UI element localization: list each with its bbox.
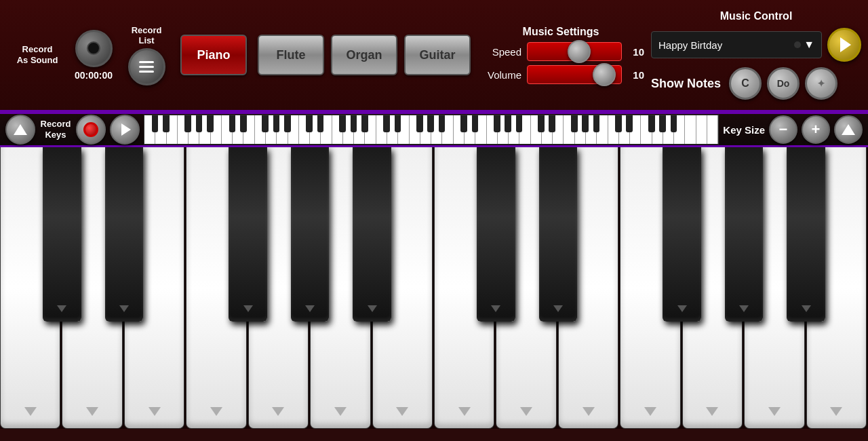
record-sound-section: Record As Sound: [7, 44, 68, 65]
volume-slider-row: Volume 10: [477, 65, 644, 84]
black-key-arrow: [368, 305, 377, 312]
volume-slider-track[interactable]: [527, 65, 622, 84]
volume-label: Volume: [477, 69, 521, 81]
top-bar: Record As Sound 00:00:00 Record List Pia…: [0, 0, 868, 112]
black-key-3[interactable]: [229, 147, 267, 322]
speed-slider-thumb[interactable]: [568, 40, 591, 63]
timer-display: 00:00:00: [75, 70, 113, 81]
black-key-12[interactable]: [787, 147, 825, 322]
keyboard-nav-bar: Record Keys Key Size − +: [0, 112, 868, 147]
key-arrow: [396, 407, 408, 416]
music-control-section: Music Control Happy Birtday ▼ Show Notes…: [651, 10, 861, 100]
black-key-7[interactable]: [477, 147, 515, 322]
record-sound-label: Record As Sound: [17, 44, 58, 65]
music-control-title: Music Control: [651, 10, 861, 22]
black-key-arrow: [739, 305, 749, 312]
key-arrow: [458, 407, 471, 416]
key-size-label: Key Size: [723, 124, 765, 136]
knob-inner: [87, 41, 100, 55]
record-list-button[interactable]: [128, 48, 165, 85]
key-size-up-icon: [842, 124, 855, 135]
black-key-1[interactable]: [105, 147, 144, 322]
song-name: Happy Birtday: [658, 39, 722, 51]
black-key-5[interactable]: [353, 147, 391, 322]
black-key-11[interactable]: [725, 147, 764, 322]
key-arrow: [644, 407, 656, 416]
song-dot: [794, 41, 801, 48]
play-button[interactable]: [827, 28, 861, 62]
record-list-section: Record List: [119, 25, 174, 85]
music-settings-title: Music Settings: [523, 26, 599, 38]
black-key-arrow: [57, 305, 66, 312]
list-icon: [139, 61, 154, 73]
key-arrow: [706, 407, 718, 416]
key-arrow: [86, 407, 98, 416]
instrument-btn-piano[interactable]: Piano: [180, 35, 247, 75]
black-key-4[interactable]: [291, 147, 330, 322]
play-keys-button[interactable]: [110, 115, 140, 145]
black-key-arrow: [243, 305, 253, 312]
key-size-up-button[interactable]: [834, 115, 863, 144]
volume-value: 10: [627, 69, 644, 81]
key-arrow: [520, 407, 532, 416]
instrument-btn-flute[interactable]: Flute: [258, 35, 324, 75]
speed-label: Speed: [477, 46, 521, 58]
key-size-increase-button[interactable]: +: [802, 115, 830, 144]
play-keys-icon: [121, 123, 131, 136]
key-arrow: [583, 407, 595, 416]
black-key-arrow: [802, 305, 811, 312]
record-keys-button[interactable]: [76, 115, 106, 145]
key-arrow: [272, 407, 284, 416]
black-key-arrow: [677, 305, 687, 312]
piano-area: [0, 147, 868, 429]
do-note-button[interactable]: Do: [767, 67, 800, 100]
music-control-row: Happy Birtday ▼: [651, 28, 861, 62]
speed-value: 10: [627, 46, 644, 58]
key-arrow: [24, 407, 37, 416]
black-key-arrow: [119, 305, 129, 312]
key-arrow: [334, 407, 347, 416]
instrument-btn-guitar[interactable]: Guitar: [404, 35, 471, 75]
black-key-10[interactable]: [663, 147, 701, 322]
volume-slider-thumb[interactable]: [593, 63, 616, 86]
play-icon: [840, 37, 851, 52]
show-notes-row: Show Notes C Do ✦: [651, 67, 861, 100]
black-key-arrow: [553, 305, 563, 312]
nav-up-button[interactable]: [5, 115, 35, 145]
key-arrow: [830, 407, 842, 416]
black-key-8[interactable]: [539, 147, 578, 322]
extra-note-button[interactable]: ✦: [805, 67, 837, 100]
black-key-arrow: [491, 305, 500, 312]
song-select-dropdown[interactable]: Happy Birtday ▼: [651, 31, 822, 58]
key-size-section: Key Size − +: [723, 115, 863, 144]
speed-slider-row: Speed 10: [477, 42, 644, 61]
mini-keyboard-navigator[interactable]: [144, 115, 719, 145]
record-dot-icon: [83, 122, 98, 137]
record-keys-label: Record Keys: [41, 119, 71, 140]
c-note-button[interactable]: C: [729, 67, 762, 100]
nav-up-icon: [14, 124, 27, 135]
black-key-0[interactable]: [43, 147, 81, 322]
key-arrow: [768, 407, 781, 416]
record-sound-knob[interactable]: [75, 30, 113, 67]
black-key-arrow: [305, 305, 315, 312]
record-list-label: Record List: [132, 25, 162, 45]
instrument-btn-organ[interactable]: Organ: [331, 35, 397, 75]
speed-slider-track[interactable]: [527, 42, 622, 61]
key-size-decrease-button[interactable]: −: [769, 115, 797, 144]
chevron-down-icon: ▼: [804, 39, 814, 51]
key-arrow: [210, 407, 222, 416]
music-settings-section: Music Settings Speed 10 Volume 10: [477, 26, 644, 84]
show-notes-label: Show Notes: [651, 77, 721, 91]
key-arrow: [149, 407, 161, 416]
